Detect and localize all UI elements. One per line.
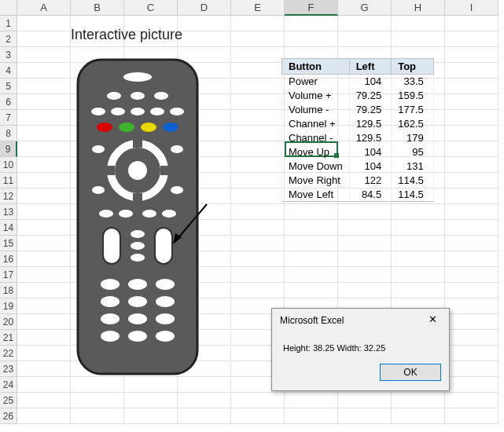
cell[interactable]: [285, 408, 338, 424]
cell[interactable]: [231, 204, 285, 220]
cell[interactable]: [17, 47, 71, 63]
cell[interactable]: [285, 220, 338, 236]
col-header-C[interactable]: C: [124, 0, 178, 16]
cell-left[interactable]: 104: [349, 159, 392, 174]
cell[interactable]: [17, 361, 71, 377]
row-header-24[interactable]: 24: [0, 377, 17, 393]
col-header-I[interactable]: I: [445, 0, 498, 16]
cell[interactable]: [17, 79, 71, 94]
cell[interactable]: [338, 283, 392, 298]
cell[interactable]: [231, 251, 285, 267]
cell[interactable]: [231, 157, 285, 173]
cell-top[interactable]: 114.5: [392, 188, 434, 202]
cell-top[interactable]: 159.5: [392, 89, 434, 103]
cell[interactable]: [445, 204, 498, 220]
cell[interactable]: [445, 298, 498, 314]
cell[interactable]: [338, 236, 392, 251]
col-header-G[interactable]: G: [338, 0, 392, 16]
cell[interactable]: [445, 408, 498, 424]
cell[interactable]: [338, 408, 392, 424]
col-header-D[interactable]: D: [178, 0, 231, 16]
row-header-10[interactable]: 10: [0, 157, 17, 173]
cell[interactable]: [285, 236, 338, 251]
table-row[interactable]: Move Right122114.5: [282, 174, 434, 188]
cell[interactable]: [392, 236, 445, 251]
cell[interactable]: [338, 267, 392, 283]
cell[interactable]: [124, 393, 178, 408]
cell[interactable]: [231, 126, 285, 141]
cell[interactable]: [392, 251, 445, 267]
cell[interactable]: [338, 204, 392, 220]
table-row[interactable]: Channel -129.5179: [282, 131, 434, 145]
table-row[interactable]: Power10433.5: [282, 75, 434, 89]
cell[interactable]: [17, 393, 71, 408]
col-header-E[interactable]: E: [231, 0, 285, 16]
ok-button[interactable]: OK: [380, 364, 441, 381]
cell[interactable]: [231, 16, 285, 31]
cell-top[interactable]: 131: [392, 159, 434, 174]
cell[interactable]: [231, 94, 285, 110]
cell[interactable]: [17, 110, 71, 126]
cell[interactable]: [17, 314, 71, 330]
cell[interactable]: [231, 63, 285, 79]
cell[interactable]: [445, 377, 498, 393]
cell[interactable]: [445, 157, 498, 173]
row-header-2[interactable]: 2: [0, 31, 17, 47]
row-header-14[interactable]: 14: [0, 220, 17, 236]
select-all-corner[interactable]: [0, 0, 17, 16]
cell[interactable]: [17, 141, 71, 157]
cell-left[interactable]: 129.5: [349, 131, 392, 145]
row-header-1[interactable]: 1: [0, 16, 17, 31]
table-header[interactable]: Button: [282, 59, 350, 75]
cell[interactable]: [231, 267, 285, 283]
row-header-4[interactable]: 4: [0, 63, 17, 79]
table-row[interactable]: Move Up10495: [282, 145, 434, 159]
cell[interactable]: [445, 361, 498, 377]
row-header-19[interactable]: 19: [0, 298, 17, 314]
cell[interactable]: [338, 393, 392, 408]
cell[interactable]: [285, 31, 338, 47]
cell[interactable]: [178, 408, 231, 424]
cell[interactable]: [445, 173, 498, 189]
cell[interactable]: [231, 189, 285, 204]
cell[interactable]: [71, 393, 124, 408]
row-header-11[interactable]: 11: [0, 173, 17, 189]
cell[interactable]: [445, 141, 498, 157]
cell[interactable]: [445, 346, 498, 361]
cell[interactable]: [392, 16, 445, 31]
cell[interactable]: [231, 173, 285, 189]
cell[interactable]: [231, 283, 285, 298]
table-row[interactable]: Volume +79.25159.5: [282, 89, 434, 103]
cell[interactable]: [17, 346, 71, 361]
cell[interactable]: [285, 283, 338, 298]
cell[interactable]: [338, 31, 392, 47]
row-header-7[interactable]: 7: [0, 110, 17, 126]
cell[interactable]: [445, 393, 498, 408]
row-header-25[interactable]: 25: [0, 393, 17, 408]
cell[interactable]: [445, 189, 498, 204]
cell[interactable]: [178, 31, 231, 47]
cell[interactable]: [392, 283, 445, 298]
row-header-23[interactable]: 23: [0, 361, 17, 377]
row-header-5[interactable]: 5: [0, 79, 17, 94]
cell-left[interactable]: 129.5: [349, 117, 392, 131]
cell[interactable]: [71, 408, 124, 424]
cell-button[interactable]: Volume +: [282, 89, 350, 103]
cell[interactable]: [392, 267, 445, 283]
row-header-8[interactable]: 8: [0, 126, 17, 141]
cell[interactable]: [392, 204, 445, 220]
cell[interactable]: [17, 173, 71, 189]
row-header-20[interactable]: 20: [0, 314, 17, 330]
cell[interactable]: [445, 236, 498, 251]
cell-top[interactable]: 179: [392, 131, 434, 145]
cell[interactable]: [178, 16, 231, 31]
cell[interactable]: [445, 220, 498, 236]
cell[interactable]: [17, 157, 71, 173]
row-header-16[interactable]: 16: [0, 251, 17, 267]
cell-left[interactable]: 84.5: [349, 188, 392, 202]
cell[interactable]: [17, 94, 71, 110]
cell[interactable]: [17, 16, 71, 31]
col-header-H[interactable]: H: [392, 0, 445, 16]
cell[interactable]: [178, 393, 231, 408]
col-header-A[interactable]: A: [17, 0, 71, 16]
